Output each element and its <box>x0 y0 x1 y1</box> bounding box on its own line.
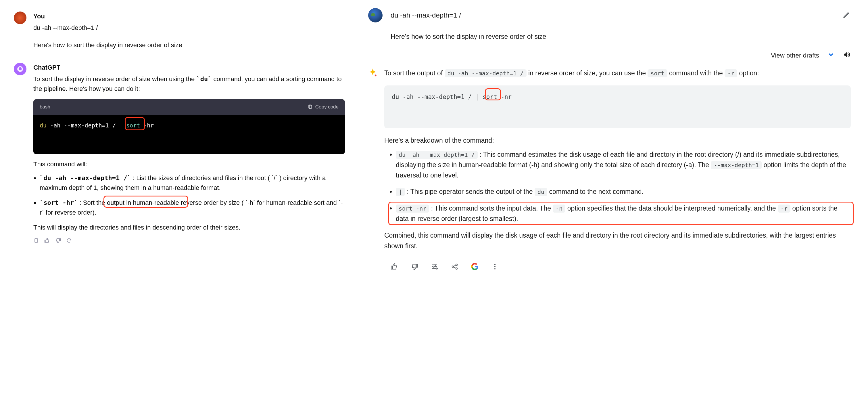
user-message-body: You du -ah --max-depth=1 / Here's how to… <box>33 11 345 50</box>
svg-point-9 <box>494 264 496 265</box>
svg-point-4 <box>433 266 434 267</box>
thumbs-down-icon[interactable] <box>55 238 61 244</box>
clipboard-icon <box>308 105 313 110</box>
share-icon[interactable] <box>451 263 459 270</box>
bard-bullets: du -ah --max-depth=1 / : This command es… <box>384 150 851 224</box>
bard-body: To sort the output of du -ah --max-depth… <box>384 68 851 251</box>
user-text-line1: du -ah --max-depth=1 / <box>33 23 345 33</box>
bard-closing: Combined, this command will display the … <box>384 230 851 251</box>
bard-pane: du -ah --max-depth=1 / Here's how to sor… <box>359 0 868 401</box>
tune-icon[interactable] <box>431 263 438 270</box>
view-drafts-button[interactable]: View other drafts <box>771 52 819 59</box>
code-lang-label: bash <box>40 103 50 111</box>
code-header: bash Copy code <box>33 99 345 115</box>
drafts-row: View other drafts <box>368 51 851 60</box>
assistant-bullets: `du -ah --max-depth=1 /` : List the size… <box>33 173 345 218</box>
svg-point-3 <box>435 264 436 265</box>
svg-point-5 <box>436 268 437 269</box>
after-code-text: This command will: <box>33 160 345 169</box>
user-prompt-follow: Here's how to sort the display in revers… <box>391 33 851 40</box>
user-avatar <box>14 11 26 24</box>
pencil-icon <box>843 11 851 19</box>
copy-code-button[interactable]: Copy code <box>308 103 339 111</box>
regenerate-icon[interactable] <box>66 238 72 244</box>
edit-prompt-button[interactable] <box>843 11 851 20</box>
bard-intro: To sort the output of du -ah --max-depth… <box>384 68 851 79</box>
openai-icon <box>17 65 24 73</box>
user-prompt-row: du -ah --max-depth=1 / <box>368 8 851 23</box>
copy-icon[interactable] <box>33 238 39 244</box>
chevron-down-icon[interactable] <box>827 51 835 60</box>
thumbs-up-icon[interactable] <box>44 238 50 244</box>
speaker-icon[interactable] <box>843 51 850 60</box>
user-avatar-right <box>368 8 382 23</box>
assistant-action-toolbar <box>33 238 345 244</box>
sparkle-icon <box>368 68 377 77</box>
list-item: du -ah --max-depth=1 / : This command es… <box>396 150 851 180</box>
svg-rect-2 <box>35 239 38 242</box>
code-body[interactable]: du -ah --max-depth=1 / | sort -hr <box>33 115 345 154</box>
thumbs-down-icon[interactable] <box>411 263 418 270</box>
thumbs-up-icon[interactable] <box>391 263 398 270</box>
bard-action-toolbar <box>391 263 851 270</box>
more-icon[interactable] <box>491 263 499 270</box>
bard-code-block[interactable]: du -ah --max-depth=1 / | sort -nr <box>384 85 851 128</box>
copy-code-label: Copy code <box>315 103 339 111</box>
assistant-message: ChatGPT To sort the display in reverse o… <box>14 63 345 244</box>
chatgpt-pane: You du -ah --max-depth=1 / Here's how to… <box>0 0 359 401</box>
list-item: sort -nr : This command sorts the input … <box>396 203 851 224</box>
assistant-name: ChatGPT <box>33 63 345 73</box>
google-icon[interactable] <box>471 263 478 270</box>
bard-avatar <box>368 68 377 77</box>
user-text-line2: Here's how to sort the display in revers… <box>33 40 345 50</box>
svg-point-11 <box>494 268 496 269</box>
list-item: `sort -hr` : Sort the output in human-re… <box>40 198 345 218</box>
user-prompt-text: du -ah --max-depth=1 / <box>391 11 461 19</box>
assistant-intro: To sort the display in reverse order of … <box>33 74 345 94</box>
code-block: bash Copy code du -ah --max-depth=1 / | … <box>33 99 345 154</box>
user-message: You du -ah --max-depth=1 / Here's how to… <box>14 11 345 50</box>
chatgpt-avatar <box>14 63 26 75</box>
list-item: | : This pipe operator sends the output … <box>396 187 851 197</box>
list-item: `du -ah --max-depth=1 /` : List the size… <box>40 173 345 193</box>
user-name: You <box>33 11 345 21</box>
assistant-closing: This will display the directories and fi… <box>33 223 345 232</box>
breakdown-header: Here's a breakdown of the command: <box>384 135 851 146</box>
svg-point-10 <box>494 266 496 267</box>
assistant-body: ChatGPT To sort the display in reverse o… <box>33 63 345 244</box>
bard-message: To sort the output of du -ah --max-depth… <box>368 68 851 251</box>
